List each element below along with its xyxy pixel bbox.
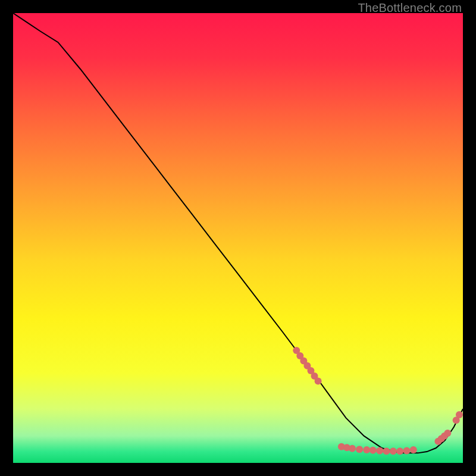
marker-dot <box>410 446 417 453</box>
marker-dot <box>396 447 403 455</box>
marker-dot <box>363 446 370 453</box>
marker-dot <box>369 447 377 454</box>
marker-dot <box>383 447 390 455</box>
chart-svg <box>13 13 463 463</box>
marker-dot <box>356 446 363 453</box>
watermark-text: TheBottleneck.com <box>358 1 462 15</box>
marker-dot <box>376 447 383 455</box>
chart-background <box>13 13 463 463</box>
marker-dot <box>403 447 411 455</box>
marker-dot <box>349 445 356 452</box>
chart-frame <box>13 13 463 463</box>
marker-dot <box>456 411 463 418</box>
marker-dot <box>390 447 397 455</box>
marker-dot <box>444 430 451 437</box>
marker-dot <box>315 377 322 384</box>
